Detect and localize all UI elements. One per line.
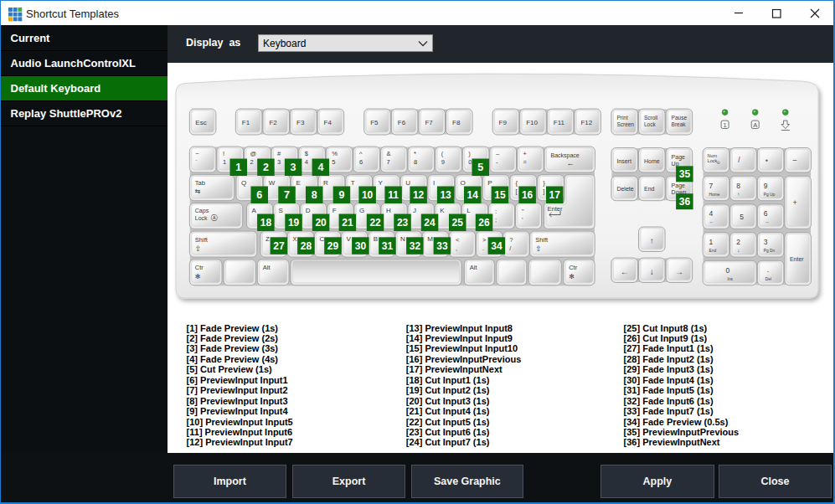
svg-text:6: 6 [359,158,363,166]
svg-text:Y: Y [379,179,384,187]
svg-text:Delete: Delete [616,186,633,192]
svg-text:F3: F3 [296,119,305,126]
svg-text:✻: ✻ [569,273,575,280]
svg-text:Ins: Ins [728,277,734,281]
svg-text:D: D [306,207,311,214]
svg-text:28: 28 [301,240,312,252]
svg-text:14: 14 [467,189,479,201]
svg-text:34: 34 [491,240,503,252]
svg-text:4: 4 [317,162,323,173]
svg-text:Insert: Insert [616,158,631,164]
svg-text:⇧: ⇧ [195,244,202,253]
svg-text:3: 3 [764,238,768,246]
svg-text:←: ← [567,159,575,167]
svg-text:→: → [765,219,770,224]
svg-text:F2: F2 [269,119,277,126]
svg-text:.: . [482,244,484,252]
svg-text:4: 4 [305,158,308,166]
svg-text:12: 12 [413,189,425,201]
svg-text:H: H [386,207,391,214]
svg-text:5: 5 [740,213,744,221]
svg-text:✻: ✻ [195,273,201,280]
svg-text:F1: F1 [242,119,250,126]
svg-text:9: 9 [338,189,344,201]
svg-text:–: – [792,156,796,164]
svg-text:Screen: Screen [616,121,634,127]
svg-text:~: ~ [195,150,199,157]
svg-text:1: 1 [709,238,714,246]
svg-text:Scroll: Scroll [644,115,658,121]
svg-text:17: 17 [549,189,561,201]
svg-text:1: 1 [223,158,226,166]
svg-text:<: < [456,236,460,244]
svg-text:Del: Del [765,277,771,281]
svg-text:↑: ↑ [650,236,654,245]
svg-text:@: @ [250,150,257,157]
svg-text:Pause: Pause [672,115,688,121]
svg-text:`: ` [195,158,198,166]
svg-text:": " [522,208,524,215]
svg-text:?: ? [509,236,513,244]
svg-text:Lock: Lock [644,121,656,127]
svg-text:Tab: Tab [195,179,205,187]
svg-text:^: ^ [359,150,363,157]
svg-text:31: 31 [382,240,394,252]
svg-text:W: W [269,179,276,187]
svg-text:Backspace: Backspace [551,152,580,159]
svg-text:30: 30 [355,240,367,252]
svg-text:L: L [466,207,471,214]
svg-text:F8: F8 [452,119,461,126]
svg-text:9: 9 [441,158,445,166]
svg-text:8: 8 [736,182,740,190]
svg-text:6: 6 [256,189,262,201]
svg-text:25: 25 [452,217,464,229]
svg-text:27: 27 [273,240,285,252]
svg-text:Esc: Esc [195,119,206,126]
svg-text:Print: Print [616,115,628,121]
svg-text:⇆: ⇆ [195,188,201,195]
svg-text:11: 11 [388,189,399,201]
svg-text:→: → [675,267,683,276]
svg-text:18: 18 [260,217,272,229]
svg-text:]: ] [543,188,544,195]
svg-text:&: & [387,150,391,157]
svg-text:Caps: Caps [195,208,209,214]
svg-text:F12: F12 [580,119,592,126]
svg-text:Pg Up: Pg Up [764,193,776,197]
svg-text:Alt: Alt [263,264,271,271]
svg-text:4: 4 [709,209,714,218]
svg-text:10: 10 [362,189,374,201]
svg-text:F: F [332,207,337,214]
svg-text:=: = [523,158,528,166]
svg-text:0: 0 [468,158,472,166]
svg-text:G: G [359,207,364,214]
svg-text:↑: ↑ [737,192,740,197]
svg-text:End: End [644,186,655,192]
svg-text:B: B [374,235,378,243]
svg-text:8: 8 [312,189,317,201]
svg-text:0: 0 [726,266,730,275]
svg-text:E: E [296,179,300,187]
svg-text:6: 6 [764,209,768,218]
svg-text:N: N [400,235,405,243]
svg-text:24: 24 [424,217,436,229]
svg-text:1: 1 [724,121,727,129]
svg-text:Page: Page [672,183,685,189]
svg-text:←: ← [621,267,629,276]
svg-text:7: 7 [387,158,390,166]
svg-text:35: 35 [679,168,691,180]
svg-text:20: 20 [315,217,327,229]
svg-text:A: A [753,121,757,129]
svg-text:2: 2 [250,158,254,166]
svg-text:*: * [414,150,416,157]
svg-text:F9: F9 [499,119,508,126]
svg-text:Alt: Alt [470,264,478,271]
svg-text:U: U [405,179,410,187]
svg-text:X: X [292,235,297,243]
svg-text:F7: F7 [425,119,433,126]
svg-text:Q: Q [241,179,246,187]
svg-text:33: 33 [436,240,448,252]
svg-text:P: P [487,179,492,187]
svg-text:V: V [347,235,352,243]
svg-text:F10: F10 [526,119,538,126]
